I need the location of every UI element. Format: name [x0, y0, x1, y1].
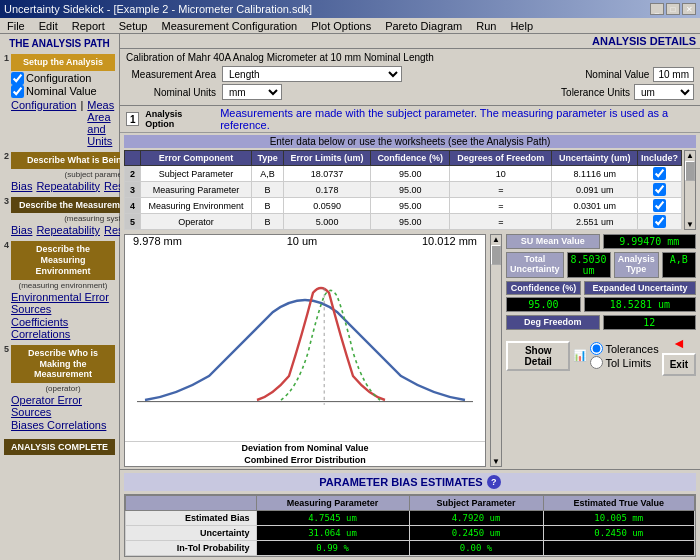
row-error-limits: 0.178 — [284, 182, 371, 198]
close-button[interactable]: ✕ — [682, 3, 696, 15]
analysis-option-row: 1 Analysis Option Measurements are made … — [120, 106, 700, 133]
nominal-group: Nominal Value 10 mm — [559, 67, 694, 82]
bias-link-2[interactable]: Bias — [11, 180, 32, 192]
step-2: 2 Describe What is Being Measured (subje… — [4, 151, 115, 192]
col-include: Include? — [637, 151, 681, 166]
title-bar: Uncertainty Sidekick - [Example 2 - Micr… — [0, 0, 700, 18]
exit-button[interactable]: Exit — [662, 353, 696, 376]
menu-measurement-config[interactable]: Measurement Configuration — [158, 20, 300, 32]
col-type: Type — [252, 151, 284, 166]
tol-limits-radio-input[interactable] — [590, 356, 603, 369]
biases-link[interactable]: Biases Correlations — [11, 419, 106, 431]
tolerances-radio-input[interactable] — [590, 342, 603, 355]
nominal-value-label: Nominal Value — [559, 69, 649, 80]
row-number: 4 — [125, 198, 141, 214]
row-component: Measuring Parameter — [141, 182, 252, 198]
table-scrollbar[interactable]: ▲ ▼ — [684, 150, 696, 230]
radio-group: Tolerances Tol Limits — [590, 342, 658, 369]
include-checkbox[interactable] — [653, 215, 666, 228]
menu-edit[interactable]: Edit — [36, 20, 61, 32]
show-detail-button[interactable]: Show Detail — [506, 341, 570, 371]
chart-icon[interactable]: 📊 — [573, 349, 587, 362]
row-component: Operator — [141, 214, 252, 230]
param-value-1: 0.2450 um — [409, 526, 543, 541]
table-row: 2 Subject Parameter A,B 18.0737 95.00 10… — [125, 166, 682, 182]
data-table: Error Component Type Error Limits (um) C… — [124, 150, 682, 230]
table-wrapper: Error Component Type Error Limits (um) C… — [124, 150, 696, 230]
measurement-area-select[interactable]: Length — [222, 66, 402, 82]
table-section: Enter data below or use the worksheets (… — [120, 133, 700, 232]
param-row-label: Estimated Bias — [126, 511, 257, 526]
meas-area-link[interactable]: Meas Area and Units — [87, 99, 115, 147]
show-detail-row: Show Detail 📊 Tolerances Tol Limits ◄ Ex… — [506, 335, 696, 376]
tolerance-units-select[interactable]: um — [634, 84, 694, 100]
menu-setup[interactable]: Setup — [116, 20, 151, 32]
tol-limits-radio[interactable]: Tol Limits — [590, 356, 658, 369]
param-section: PARAMETER BIAS ESTIMATES ? Measuring Par… — [120, 469, 700, 560]
repeat-link-2[interactable]: Repeatability — [36, 180, 100, 192]
include-checkbox[interactable] — [653, 183, 666, 196]
param-col-3: Estimated True Value — [543, 496, 694, 511]
row-include — [637, 214, 681, 230]
param-col-0 — [126, 496, 257, 511]
menu-help[interactable]: Help — [507, 20, 536, 32]
table-row: 3 Measuring Parameter B 0.178 95.00 = 0.… — [125, 182, 682, 198]
menu-file[interactable]: File — [4, 20, 28, 32]
expanded-unc-label: Expanded Uncertainty — [584, 281, 696, 295]
middle-section: 9.978 mm 10 um 10.012 mm — [120, 232, 700, 469]
include-checkbox[interactable] — [653, 199, 666, 212]
chart-scrollbar[interactable]: ▲ ▼ — [490, 234, 502, 467]
param-table-wrap: Measuring ParameterSubject ParameterEsti… — [124, 494, 696, 557]
row-uncertainty: 0.0301 um — [552, 198, 638, 214]
step-4: 4 Describe the Measuring Environment (me… — [4, 240, 115, 339]
step-1-checkboxes2: Nominal Value — [11, 85, 115, 98]
chart-title-1: Deviation from Nominal Value — [125, 441, 485, 454]
chart-label-right: 10.012 mm — [422, 235, 477, 247]
maximize-button[interactable]: □ — [666, 3, 680, 15]
coeff-link[interactable]: Coefficients Correlations — [11, 316, 115, 340]
menu-pareto[interactable]: Pareto Diagram — [382, 20, 465, 32]
scroll-down[interactable]: ▼ — [686, 220, 694, 229]
param-row: Estimated Bias4.7545 um4.7920 um10.005 m… — [126, 511, 695, 526]
row-include — [637, 182, 681, 198]
nominal-checkbox[interactable] — [11, 85, 24, 98]
repeat-link-3[interactable]: Repeatability — [36, 224, 100, 236]
deg-freedom-label: Deg Freedom — [506, 315, 600, 330]
nominal-units-select[interactable]: mm — [222, 84, 282, 100]
chart-scroll-up[interactable]: ▲ — [492, 235, 500, 244]
row-component: Subject Parameter — [141, 166, 252, 182]
menu-plot-options[interactable]: Plot Options — [308, 20, 374, 32]
step-5-label[interactable]: Describe Who is Making the Measurement — [11, 345, 115, 383]
window-controls[interactable]: _ □ ✕ — [650, 3, 696, 15]
chart-label-center: 10 um — [287, 235, 318, 247]
menu-run[interactable]: Run — [473, 20, 499, 32]
chart-scroll-down[interactable]: ▼ — [492, 457, 500, 466]
env-link[interactable]: Environmental Error Sources — [11, 291, 115, 315]
param-row: Uncertainty31.064 um0.2450 um0.2450 um — [126, 526, 695, 541]
analysis-option-text: Measurements are made with the subject p… — [220, 107, 694, 131]
tolerances-radio[interactable]: Tolerances — [590, 342, 658, 355]
row-type: A,B — [252, 166, 284, 182]
row-uncertainty: 0.091 um — [552, 182, 638, 198]
param-value-2: 10.005 mm — [543, 511, 694, 526]
include-checkbox[interactable] — [653, 167, 666, 180]
param-row-label: In-Tol Probability — [126, 541, 257, 556]
su-mean-label: SU Mean Value — [506, 234, 600, 249]
minimize-button[interactable]: _ — [650, 3, 664, 15]
config-checkbox[interactable] — [11, 72, 24, 85]
row-dof: = — [450, 198, 552, 214]
scroll-up[interactable]: ▲ — [686, 151, 694, 160]
bias-link-3[interactable]: Bias — [11, 224, 32, 236]
chart-scroll-thumb[interactable] — [491, 245, 501, 265]
config-link[interactable]: Configuration — [11, 99, 76, 147]
scroll-thumb[interactable] — [685, 161, 695, 181]
step-1-label[interactable]: Setup the Analysis — [11, 54, 115, 71]
menu-report[interactable]: Report — [69, 20, 108, 32]
nominal-value-display: 10 mm — [653, 67, 694, 82]
step-4-label[interactable]: Describe the Measuring Environment — [11, 241, 115, 279]
row-type: B — [252, 198, 284, 214]
info-icon[interactable]: ? — [487, 475, 501, 489]
confidence-label: Confidence (%) — [506, 281, 581, 295]
step-4-links: Environmental Error Sources — [11, 291, 115, 315]
op-link[interactable]: Operator Error Sources — [11, 394, 115, 418]
